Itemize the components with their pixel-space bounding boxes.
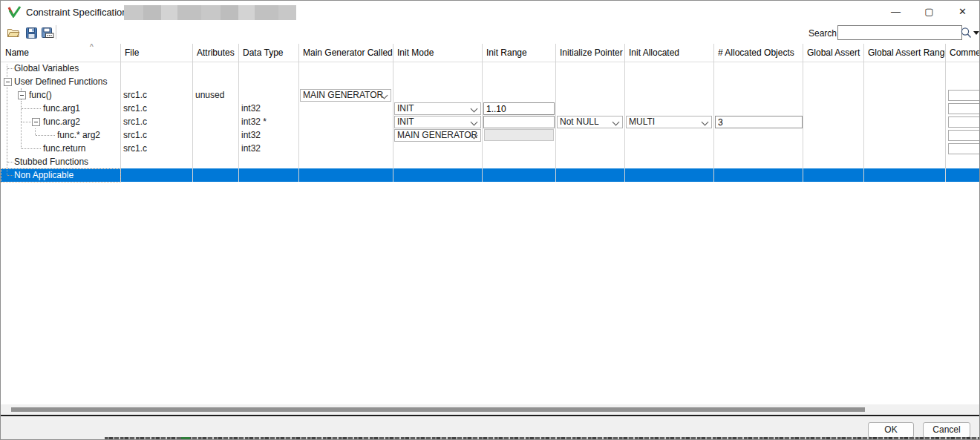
search-label: Search xyxy=(808,28,837,39)
close-button[interactable]: ✕ xyxy=(946,1,979,22)
tree-row-stubbed-functions[interactable]: Stubbed Functions xyxy=(14,155,88,168)
cancel-button[interactable]: Cancel xyxy=(923,422,970,438)
tree-line xyxy=(7,162,13,163)
col-header-global-assert[interactable]: Global Assert xyxy=(803,44,867,62)
save-button[interactable] xyxy=(23,24,39,41)
data-type-cell[interactable]: int32 xyxy=(241,128,261,142)
gridline xyxy=(120,44,121,182)
col-header-name[interactable]: Name xyxy=(1,44,124,62)
gridline xyxy=(555,44,556,182)
gridline xyxy=(863,44,864,182)
save-as-icon xyxy=(41,27,54,39)
file-cell[interactable]: src1.c xyxy=(123,102,147,115)
file-cell[interactable]: src1.c xyxy=(123,88,147,102)
comment-input[interactable] xyxy=(948,90,980,101)
allocated-objects-input[interactable] xyxy=(715,116,803,128)
dropdown-value: MAIN GENERATOR xyxy=(303,90,383,100)
col-header-file[interactable]: File xyxy=(120,44,196,62)
tree-row-func-arg2[interactable]: func.arg2 xyxy=(43,115,80,128)
dropdown-value: INIT xyxy=(397,116,414,127)
gridline xyxy=(713,44,714,182)
col-header-init-mode[interactable]: Init Mode xyxy=(393,44,486,62)
toolbar-separator xyxy=(56,25,56,39)
main-generator-called-dropdown[interactable]: MAIN GENERATOR xyxy=(300,89,391,102)
ok-button[interactable]: OK xyxy=(868,422,914,438)
tree-line xyxy=(35,128,36,135)
background-window-artifact xyxy=(181,437,190,440)
chevron-down-icon xyxy=(471,105,478,113)
vectorcast-logo-icon xyxy=(7,6,22,18)
gridline xyxy=(393,44,393,182)
search-options-arrow-icon[interactable] xyxy=(973,31,979,35)
constraint-specification-window: Constraint Specification - — ▢ ✕ xyxy=(0,0,980,440)
gridline xyxy=(238,44,239,182)
background-window-artifact xyxy=(105,437,979,440)
chevron-down-icon xyxy=(702,119,709,126)
gridline xyxy=(482,44,483,182)
open-file-icon xyxy=(7,27,20,39)
init-range-input-arg1[interactable] xyxy=(483,102,555,115)
gridline xyxy=(624,44,625,182)
constraint-grid: Name ^ File Attributes Data Type Main Ge… xyxy=(1,44,979,404)
init-mode-dropdown-deref-arg2[interactable]: MAIN GENERATOR xyxy=(394,129,481,142)
file-cell[interactable]: src1.c xyxy=(123,128,147,142)
data-type-cell[interactable]: int32 xyxy=(241,102,261,115)
comment-input[interactable] xyxy=(948,116,980,128)
col-header-main-generator-called[interactable]: Main Generator Called xyxy=(298,44,396,62)
maximize-button[interactable]: ▢ xyxy=(912,1,946,22)
col-header-comment[interactable]: Comment xyxy=(945,44,980,62)
file-cell[interactable]: src1.c xyxy=(123,115,147,128)
open-file-button[interactable] xyxy=(5,24,22,41)
data-type-cell[interactable]: int32 xyxy=(241,142,261,155)
col-header-global-assert-range[interactable]: Global Assert Range xyxy=(863,44,949,62)
comment-input[interactable] xyxy=(948,103,980,114)
col-header-init-range[interactable]: Init Range xyxy=(482,44,559,62)
tree-line xyxy=(7,68,13,70)
expander-func[interactable] xyxy=(18,91,26,99)
selected-cell-focus xyxy=(1,168,121,183)
col-header-allocated-objects[interactable]: # Allocated Objects xyxy=(713,44,806,62)
init-mode-dropdown-arg2[interactable]: INIT xyxy=(394,116,481,128)
data-type-cell[interactable]: int32 * xyxy=(241,115,267,128)
file-cell[interactable]: src1.c xyxy=(123,142,147,155)
expander-user-defined-functions[interactable] xyxy=(4,78,12,86)
init-mode-dropdown-arg1[interactable]: INIT xyxy=(394,102,481,115)
dropdown-value: Not NULL xyxy=(560,116,599,127)
comment-input[interactable] xyxy=(948,143,980,154)
init-range-input-arg2[interactable] xyxy=(483,116,555,128)
col-header-attributes[interactable]: Attributes xyxy=(192,44,242,62)
search-icon xyxy=(960,26,973,39)
search-input[interactable] xyxy=(837,25,962,40)
gridline xyxy=(803,44,803,182)
tree-line xyxy=(22,122,31,123)
gridline xyxy=(945,44,946,182)
title-bar: Constraint Specification - — ▢ ✕ xyxy=(1,1,979,23)
header-divider xyxy=(1,62,980,62)
expander-func-arg2[interactable] xyxy=(32,118,40,126)
tree-row-func[interactable]: func() xyxy=(29,88,52,102)
horizontal-scrollbar-thumb[interactable] xyxy=(11,407,865,412)
col-header-init-allocated[interactable]: Init Allocated xyxy=(624,44,717,62)
gridline xyxy=(192,44,193,182)
dropdown-value: INIT xyxy=(397,103,414,114)
col-header-initialize-pointer[interactable]: Initialize Pointer xyxy=(555,44,628,62)
tree-row-user-defined-functions[interactable]: User Defined Functions xyxy=(14,75,107,88)
tree-line xyxy=(22,148,41,150)
search-button[interactable] xyxy=(960,26,973,39)
redacted-title-text xyxy=(124,5,296,20)
tree-row-func-arg1[interactable]: func.arg1 xyxy=(43,102,80,115)
init-allocated-dropdown[interactable]: MULTI xyxy=(626,116,712,128)
comment-input[interactable] xyxy=(948,130,980,141)
minimize-button[interactable]: — xyxy=(879,1,912,22)
tree-row-global-variables[interactable]: Global Variables xyxy=(14,62,79,75)
dropdown-value: MULTI xyxy=(629,116,655,127)
init-range-disabled-box xyxy=(484,129,554,141)
sort-ascending-icon: ^ xyxy=(90,43,94,51)
save-as-button[interactable] xyxy=(39,24,56,41)
attributes-cell[interactable]: unused xyxy=(195,88,224,102)
col-header-data-type[interactable]: Data Type xyxy=(238,44,302,62)
tree-row-func-return[interactable]: func.return xyxy=(43,142,85,155)
initialize-pointer-dropdown[interactable]: Not NULL xyxy=(557,116,623,128)
tree-row-func-deref-arg2[interactable]: func.* arg2 xyxy=(57,128,100,142)
window-title: Constraint Specification - xyxy=(26,7,134,18)
